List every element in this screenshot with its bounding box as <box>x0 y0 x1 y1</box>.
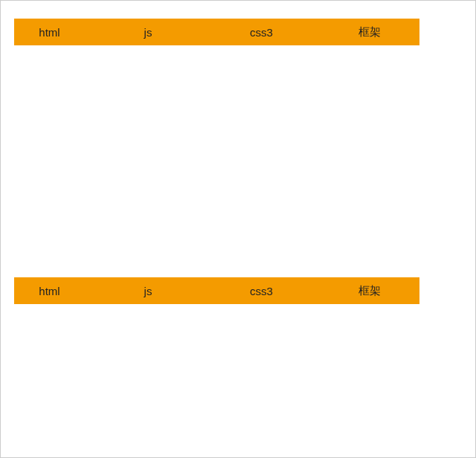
nav-item-label: js <box>144 26 152 39</box>
nav-item-label: css3 <box>250 26 273 39</box>
nav-item-html[interactable]: html <box>14 26 92 39</box>
nav-item-label: js <box>144 285 152 297</box>
nav-item-label: html <box>39 26 60 39</box>
nav-item-js[interactable]: js <box>92 26 204 39</box>
nav-item-label: 框架 <box>358 25 381 38</box>
nav-item-label: css3 <box>250 285 273 297</box>
nav-bar-top: html js css3 框架 <box>14 19 419 45</box>
nav-item-css3[interactable]: css3 <box>204 26 319 39</box>
nav-bar-bottom: html js css3 框架 <box>14 277 419 304</box>
nav-item-html[interactable]: html <box>14 285 92 297</box>
nav-item-framework[interactable]: 框架 <box>319 25 419 39</box>
nav-item-label: html <box>39 285 60 297</box>
nav-item-framework[interactable]: 框架 <box>319 284 419 298</box>
nav-item-css3[interactable]: css3 <box>204 285 319 297</box>
nav-item-js[interactable]: js <box>92 285 204 297</box>
nav-item-label: 框架 <box>358 284 381 297</box>
